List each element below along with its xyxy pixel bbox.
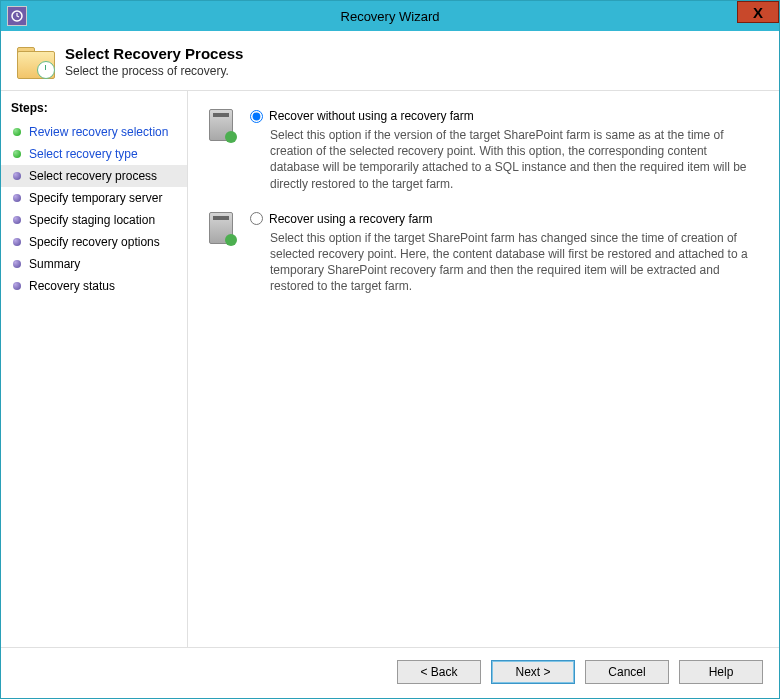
step-specify-temporary-server: Specify temporary server	[1, 187, 187, 209]
option-description: Select this option if the target SharePo…	[250, 230, 757, 295]
step-label: Select recovery process	[29, 169, 157, 183]
close-button[interactable]: X	[737, 1, 779, 23]
option-description: Select this option if the version of the…	[250, 127, 757, 192]
step-label: Specify temporary server	[29, 191, 162, 205]
step-select-recovery-type[interactable]: Select recovery type	[1, 143, 187, 165]
step-label: Review recovery selection	[29, 125, 168, 139]
next-button[interactable]: Next >	[491, 660, 575, 684]
window-title: Recovery Wizard	[1, 9, 779, 24]
step-recovery-status: Recovery status	[1, 275, 187, 297]
step-current-icon	[13, 172, 21, 180]
wizard-content: Recover without using a recovery farm Se…	[188, 91, 779, 647]
step-summary: Summary	[1, 253, 187, 275]
recovery-wizard-window: Recovery Wizard X Select Recovery Proces…	[0, 0, 780, 699]
server-icon	[206, 212, 236, 295]
back-button[interactable]: < Back	[397, 660, 481, 684]
help-button[interactable]: Help	[679, 660, 763, 684]
step-specify-staging-location: Specify staging location	[1, 209, 187, 231]
step-upcoming-icon	[13, 238, 21, 246]
radio-recover-without-farm[interactable]: Recover without using a recovery farm	[250, 109, 757, 123]
wizard-body: Steps: Review recovery selection Select …	[1, 90, 779, 647]
steps-sidebar: Steps: Review recovery selection Select …	[1, 91, 188, 647]
step-label: Select recovery type	[29, 147, 138, 161]
app-icon	[7, 6, 27, 26]
step-upcoming-icon	[13, 282, 21, 290]
step-upcoming-icon	[13, 194, 21, 202]
radio-label: Recover without using a recovery farm	[269, 109, 474, 123]
step-select-recovery-process[interactable]: Select recovery process	[1, 165, 187, 187]
server-icon	[206, 109, 236, 192]
option-recover-using-farm: Recover using a recovery farm Select thi…	[206, 212, 757, 295]
step-label: Specify recovery options	[29, 235, 160, 249]
page-title: Select Recovery Process	[65, 45, 243, 62]
cancel-button[interactable]: Cancel	[585, 660, 669, 684]
step-label: Recovery status	[29, 279, 115, 293]
radio-label: Recover using a recovery farm	[269, 212, 432, 226]
radio-recover-without-farm-input[interactable]	[250, 110, 263, 123]
recovery-folder-icon	[17, 47, 53, 77]
steps-title: Steps:	[1, 99, 187, 121]
step-done-icon	[13, 150, 21, 158]
radio-recover-using-farm[interactable]: Recover using a recovery farm	[250, 212, 757, 226]
step-review-recovery-selection[interactable]: Review recovery selection	[1, 121, 187, 143]
radio-recover-using-farm-input[interactable]	[250, 212, 263, 225]
step-upcoming-icon	[13, 216, 21, 224]
page-header-text: Select Recovery Process Select the proce…	[65, 45, 243, 78]
titlebar: Recovery Wizard X	[1, 1, 779, 31]
wizard-footer: < Back Next > Cancel Help	[1, 647, 779, 698]
close-icon: X	[753, 4, 763, 21]
step-specify-recovery-options: Specify recovery options	[1, 231, 187, 253]
page-subtitle: Select the process of recovery.	[65, 64, 243, 78]
step-label: Summary	[29, 257, 80, 271]
option-recover-without-farm: Recover without using a recovery farm Se…	[206, 109, 757, 192]
page-header: Select Recovery Process Select the proce…	[1, 31, 779, 90]
step-done-icon	[13, 128, 21, 136]
step-upcoming-icon	[13, 260, 21, 268]
step-label: Specify staging location	[29, 213, 155, 227]
